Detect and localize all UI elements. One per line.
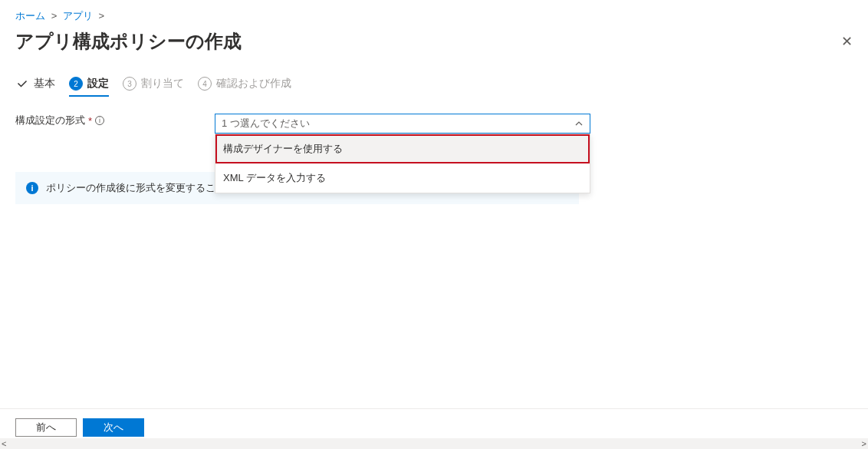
check-icon bbox=[15, 77, 29, 91]
dropdown-placeholder: 1 つ選んでください bbox=[222, 117, 310, 130]
breadcrumb-sep: > bbox=[98, 10, 104, 21]
step-basic[interactable]: 基本 bbox=[15, 77, 55, 91]
format-dropdown[interactable]: 1 つ選んでください bbox=[215, 114, 590, 134]
chevron-up-icon bbox=[574, 119, 584, 128]
step-number-icon: 2 bbox=[69, 77, 83, 91]
step-label: 確認および作成 bbox=[216, 77, 291, 91]
step-review: 4 確認および作成 bbox=[198, 77, 291, 91]
dropdown-option-designer[interactable]: 構成デザイナーを使用する bbox=[215, 134, 590, 163]
required-indicator: * bbox=[88, 115, 92, 127]
next-button[interactable]: 次へ bbox=[83, 418, 144, 437]
scroll-right-icon[interactable]: > bbox=[862, 439, 866, 448]
step-number-icon: 3 bbox=[123, 77, 136, 91]
horizontal-scrollbar[interactable]: < > bbox=[0, 438, 868, 449]
back-button[interactable]: 前へ bbox=[15, 418, 77, 437]
scroll-left-icon[interactable]: < bbox=[2, 439, 6, 448]
breadcrumb-apps[interactable]: アプリ bbox=[63, 10, 93, 21]
format-label: 構成設定の形式 * i bbox=[15, 114, 215, 127]
step-assignment: 3 割り当て bbox=[123, 77, 184, 91]
page-title: アプリ構成ポリシーの作成 bbox=[15, 29, 242, 54]
step-label: 設定 bbox=[87, 77, 109, 91]
step-label: 割り当て bbox=[141, 77, 184, 91]
dropdown-list: 構成デザイナーを使用する XML データを入力する bbox=[215, 134, 590, 193]
dropdown-option-xml[interactable]: XML データを入力する bbox=[215, 163, 590, 193]
info-icon: i bbox=[26, 182, 38, 194]
breadcrumb-home[interactable]: ホーム bbox=[15, 10, 45, 21]
step-number-icon: 4 bbox=[198, 77, 212, 91]
footer: 前へ 次へ bbox=[0, 408, 868, 437]
breadcrumb-sep: > bbox=[51, 10, 58, 21]
info-icon[interactable]: i bbox=[95, 116, 104, 125]
step-label: 基本 bbox=[34, 77, 55, 91]
step-settings[interactable]: 2 設定 bbox=[69, 77, 109, 97]
wizard-steps: 基本 2 設定 3 割り当て 4 確認および作成 bbox=[15, 77, 853, 98]
breadcrumb: ホーム > アプリ > bbox=[15, 6, 853, 29]
close-icon[interactable]: ✕ bbox=[841, 33, 853, 50]
